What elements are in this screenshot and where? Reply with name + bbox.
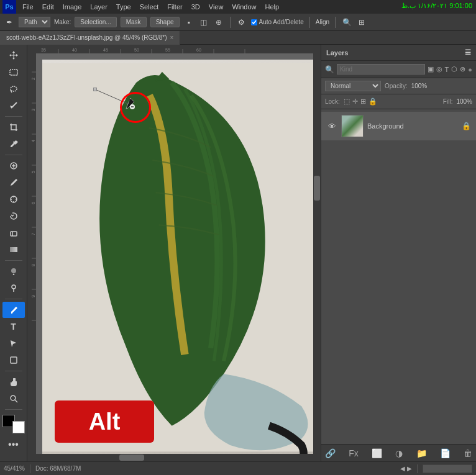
svg-rect-37 — [27, 53, 36, 461]
lock-artboard-icon[interactable]: ⊞ — [360, 97, 366, 106]
menu-type[interactable]: Type — [112, 2, 135, 12]
layers-footer: 🔗 Fx ⬜ ◑ 📁 📄 🗑 — [321, 444, 476, 461]
adjustment-filter-icon[interactable]: ◎ — [436, 65, 442, 73]
layers-header: Layers ☰ — [321, 45, 476, 61]
separator — [5, 116, 22, 117]
new-adjustment-icon[interactable]: ◑ — [395, 448, 403, 458]
layer-name: Background — [367, 122, 458, 130]
add-mask-icon[interactable]: ⬜ — [372, 448, 382, 458]
zoom-display: 45/41% — [4, 465, 25, 472]
menu-3d[interactable]: 3D — [188, 2, 204, 12]
add-effect-icon[interactable]: Fx — [349, 448, 359, 458]
mask-button[interactable]: Mask — [121, 17, 147, 27]
link-layers-icon[interactable]: 🔗 — [325, 448, 336, 458]
canvas-area[interactable]: Alt — [36, 53, 321, 461]
color-boxes — [2, 415, 25, 433]
smart-filter-icon[interactable]: ⊗ — [460, 65, 465, 73]
healing-tool[interactable] — [2, 158, 25, 174]
delete-layer-icon[interactable]: 🗑 — [464, 448, 472, 458]
menu-image[interactable]: Image — [59, 2, 86, 12]
background-color[interactable] — [12, 421, 25, 433]
separator5 — [5, 371, 22, 371]
menu-select[interactable]: Select — [136, 2, 163, 12]
nav-prev[interactable]: ◀ — [400, 465, 405, 472]
menu-filter[interactable]: Filter — [163, 2, 186, 12]
lock-all-icon[interactable]: 🔒 — [368, 97, 377, 106]
path-select[interactable]: Path — [19, 17, 50, 27]
tab-close-icon[interactable]: × — [170, 34, 174, 41]
layer-list: 👁 Background 🔒 — [321, 109, 476, 444]
pixel-filter-icon[interactable]: ▣ — [428, 65, 434, 73]
rect-select-tool[interactable] — [2, 64, 25, 80]
menu-window[interactable]: Window — [228, 2, 260, 12]
svg-point-1 — [11, 86, 17, 91]
type-tool[interactable]: T — [2, 319, 25, 335]
expand-icon[interactable]: ⊞ — [356, 17, 367, 28]
pen-tool[interactable] — [2, 302, 25, 318]
clock-date: 9:01:00 ۱/۱۶/۲۰۲۱ ب.ظ — [401, 2, 472, 10]
magic-wand-tool[interactable] — [2, 97, 25, 114]
scrollbar-thumb-h[interactable] — [119, 455, 144, 461]
scrollbar-vertical[interactable] — [313, 53, 321, 461]
hand-tool[interactable] — [2, 374, 25, 390]
blend-mode-select[interactable]: Normal — [325, 81, 381, 91]
clone-tool[interactable] — [2, 191, 25, 207]
zoom-tool[interactable] — [2, 391, 25, 407]
menu-help[interactable]: Help — [262, 2, 283, 12]
layer-item-background[interactable]: 👁 Background 🔒 — [321, 112, 476, 140]
layer-thumbnail — [341, 115, 364, 137]
filter-toggle[interactable]: ● — [468, 66, 472, 73]
shape-filter-icon[interactable]: ⬡ — [451, 65, 457, 73]
leaf-illustration — [42, 60, 314, 455]
layers-search-bar: 🔍 ▣ ◎ T ⬡ ⊗ ● — [321, 61, 476, 78]
document-tab[interactable]: scott-webb-eA2z1JSzZFI-unsplash.jpg @ 45… — [0, 31, 180, 45]
eyedropper-tool[interactable] — [2, 136, 25, 152]
crop-tool[interactable] — [2, 119, 25, 135]
path-select-tool[interactable] — [2, 335, 25, 351]
history-tool[interactable] — [2, 208, 25, 224]
eraser-tool[interactable] — [2, 225, 25, 241]
combine-icon-3[interactable]: ⊕ — [213, 17, 224, 28]
combine-icon-2[interactable]: ◫ — [198, 17, 209, 28]
brush-tool[interactable] — [2, 174, 25, 191]
svg-text:6: 6 — [31, 202, 35, 204]
nav-next[interactable]: ▶ — [407, 465, 412, 472]
new-group-icon[interactable]: 📁 — [416, 448, 427, 458]
status-bar: 45/41% Doc: 68M/68/7M ◀ ▶ — [0, 461, 476, 475]
align-label: Align — [316, 19, 329, 25]
svg-text:40: 40 — [72, 48, 77, 52]
settings-icon[interactable]: ⚙ — [236, 17, 247, 28]
menu-layer[interactable]: Layer — [86, 2, 111, 12]
search-icon[interactable]: 🔍 — [341, 17, 352, 28]
layers-panel-menu-icon[interactable]: ☰ — [465, 48, 471, 57]
ruler-horizontal: 35 40 45 50 55 60 — [27, 45, 321, 53]
dodge-tool[interactable] — [2, 280, 25, 296]
more-tools[interactable]: ••• — [2, 437, 25, 453]
lock-position-icon[interactable]: ✛ — [352, 97, 358, 106]
menu-file[interactable]: File — [19, 2, 37, 12]
scrollbar-thumb-v[interactable] — [314, 176, 320, 201]
combine-icon-1[interactable]: ▪ — [183, 17, 195, 28]
layer-visibility-toggle[interactable]: 👁 — [326, 120, 337, 132]
gradient-tool[interactable] — [2, 242, 25, 258]
scrollbar-horizontal[interactable] — [36, 454, 313, 461]
layers-kind-input[interactable] — [337, 64, 425, 75]
shape-button[interactable]: Shape — [150, 17, 180, 27]
layers-lock-row: Lock: ⬚ ✛ ⊞ 🔒 Fill: 100% — [321, 94, 476, 109]
svg-text:9: 9 — [31, 295, 35, 297]
layers-blend-row: Normal Opacity: 100% — [321, 78, 476, 94]
menu-view[interactable]: View — [205, 2, 227, 12]
move-tool[interactable] — [2, 47, 25, 63]
fill-label: Fill: — [443, 98, 453, 105]
selection-button[interactable]: Selection... — [75, 17, 116, 27]
blur-tool[interactable] — [2, 263, 25, 279]
shape-tool[interactable] — [2, 352, 25, 368]
lock-pixels-icon[interactable]: ⬚ — [344, 97, 350, 106]
new-layer-icon[interactable]: 📄 — [440, 448, 451, 458]
canvas-image: Alt — [42, 60, 314, 455]
lasso-tool[interactable] — [2, 81, 25, 97]
canvas-row: 2 3 4 5 6 7 8 9 — [27, 53, 321, 461]
type-filter-icon[interactable]: T — [445, 66, 449, 73]
menu-edit[interactable]: Edit — [39, 2, 58, 12]
auto-add-delete-checkbox[interactable] — [251, 19, 257, 25]
